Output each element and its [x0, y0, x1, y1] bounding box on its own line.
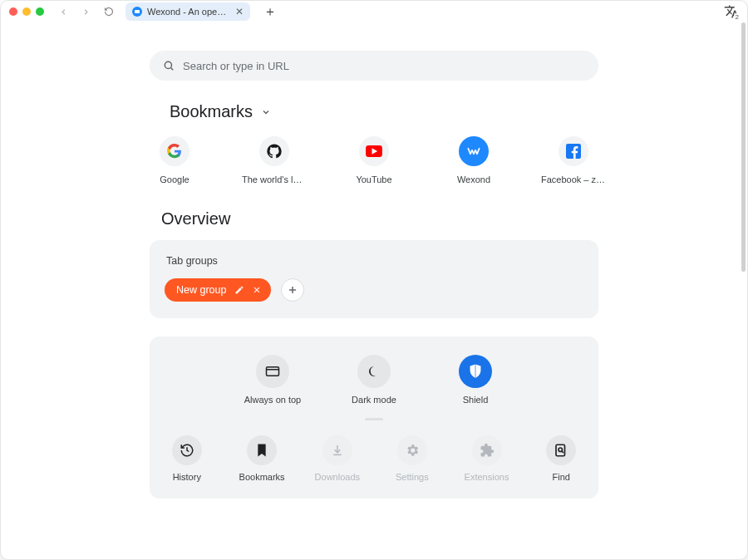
tool-label: Extensions [465, 472, 509, 482]
svg-rect-9 [267, 367, 279, 376]
find-icon [546, 435, 576, 465]
search-bar[interactable] [150, 51, 598, 81]
svg-line-15 [562, 451, 563, 453]
new-tab-button[interactable]: ＋ [263, 5, 277, 18]
add-group-button[interactable] [281, 278, 304, 302]
bookmark-google[interactable]: Google [144, 136, 205, 184]
maximize-window-icon[interactable] [36, 7, 44, 16]
tab-group-label: New group [176, 284, 226, 296]
wexond-icon [459, 136, 489, 166]
tool-label: Downloads [315, 472, 360, 482]
chevron-down-icon[interactable] [261, 107, 271, 117]
quick-shield[interactable]: Shield [443, 355, 508, 405]
quick-always-on-top[interactable]: Always on top [240, 355, 305, 405]
bookmark-wexond[interactable]: Wexond [443, 136, 504, 184]
bookmark-github[interactable]: The world's lead… [244, 136, 305, 184]
svg-line-1 [171, 68, 174, 71]
minimize-window-icon[interactable] [22, 7, 31, 16]
quick-label: Dark mode [352, 395, 396, 405]
back-icon[interactable] [59, 7, 68, 17]
tab-favicon-icon [132, 7, 142, 17]
tab-groups-card: Tab groups New group [150, 240, 598, 318]
tab-title: Wexond - An open-… [147, 7, 230, 17]
tool-history[interactable]: History [165, 435, 209, 482]
close-window-icon[interactable] [9, 7, 17, 16]
close-group-icon[interactable] [253, 286, 261, 294]
bookmark-youtube[interactable]: YouTube [343, 136, 405, 184]
quick-label: Shield [463, 395, 489, 405]
youtube-icon [359, 136, 389, 166]
section-divider [365, 418, 383, 420]
tool-bookmarks[interactable]: Bookmarks [239, 435, 285, 482]
bookmark-label: Google [142, 174, 207, 184]
translate-badge: 2 [734, 13, 741, 21]
window-controls[interactable] [9, 7, 44, 16]
svg-point-14 [559, 448, 563, 452]
bookmark-icon [247, 435, 277, 465]
search-icon [163, 60, 175, 71]
puzzle-icon [472, 435, 502, 465]
bookmark-label: YouTube [342, 174, 406, 184]
scrollbar[interactable] [741, 22, 746, 272]
overview-heading: Overview [161, 209, 598, 228]
tool-settings[interactable]: Settings [390, 435, 435, 482]
forward-icon[interactable] [81, 7, 91, 17]
window-icon [256, 355, 289, 388]
quick-dark-mode[interactable]: Dark mode [342, 355, 406, 405]
close-tab-icon[interactable]: ✕ [235, 7, 244, 17]
tool-label: Settings [396, 472, 429, 482]
tab-group-pill[interactable]: New group [165, 278, 271, 302]
reload-icon[interactable] [104, 7, 114, 17]
tool-label: History [173, 472, 201, 482]
quick-label: Always on top [244, 395, 301, 405]
google-icon [160, 136, 189, 166]
download-icon [322, 435, 352, 465]
facebook-icon [559, 136, 588, 166]
translate-icon[interactable]: 2 [724, 4, 739, 19]
bookmark-label: Wexond [441, 174, 506, 184]
bookmark-label: The world's lead… [242, 174, 307, 184]
edit-icon[interactable] [234, 285, 244, 295]
svg-point-0 [165, 61, 171, 68]
gear-icon [397, 435, 427, 465]
history-icon [172, 435, 202, 465]
quick-actions-card: Always on top Dark mode Shield [150, 336, 598, 499]
tool-extensions[interactable]: Extensions [465, 435, 509, 482]
shield-icon [459, 355, 492, 388]
github-icon [259, 136, 289, 166]
bookmark-facebook[interactable]: Facebook – zal… [543, 136, 604, 184]
tool-find[interactable]: Find [539, 435, 583, 482]
browser-tab[interactable]: Wexond - An open-… ✕ [125, 2, 250, 21]
bookmark-label: Facebook – zal… [541, 174, 606, 184]
moon-icon [357, 355, 391, 388]
bookmarks-heading: Bookmarks [170, 102, 253, 121]
tool-label: Find [553, 472, 570, 482]
svg-rect-13 [556, 445, 565, 456]
tool-label: Bookmarks [239, 472, 285, 482]
search-input[interactable] [183, 60, 585, 72]
tab-groups-title: Tab groups [166, 255, 583, 267]
tool-downloads[interactable]: Downloads [315, 435, 360, 482]
